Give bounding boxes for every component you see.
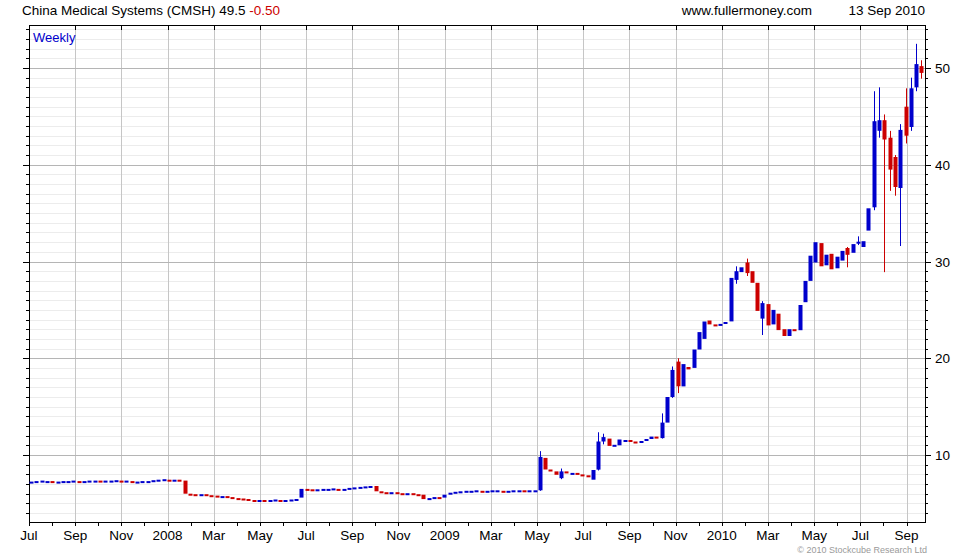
svg-text:Jul: Jul (575, 528, 592, 543)
svg-text:Nov: Nov (664, 528, 688, 543)
svg-text:Sep: Sep (63, 528, 87, 543)
svg-text:Nov: Nov (109, 528, 133, 543)
svg-text:Mar: Mar (202, 528, 226, 543)
price-chart: 5040302010JulSepNov2008MarMayJulSepNov20… (0, 0, 980, 560)
svg-text:Jul: Jul (20, 528, 37, 543)
svg-text:2009: 2009 (430, 528, 460, 543)
svg-text:Jul: Jul (852, 528, 869, 543)
svg-text:20: 20 (935, 351, 950, 366)
period-label: Weekly (33, 30, 75, 45)
svg-text:May: May (247, 528, 273, 543)
svg-text:2008: 2008 (153, 528, 183, 543)
svg-text:2010: 2010 (707, 528, 737, 543)
svg-text:Sep: Sep (340, 528, 364, 543)
svg-text:Sep: Sep (617, 528, 641, 543)
svg-text:30: 30 (935, 255, 950, 270)
svg-text:Mar: Mar (756, 528, 780, 543)
svg-text:May: May (801, 528, 827, 543)
svg-text:May: May (524, 528, 550, 543)
svg-text:Jul: Jul (297, 528, 314, 543)
svg-text:50: 50 (935, 61, 950, 76)
svg-text:Mar: Mar (479, 528, 503, 543)
svg-text:40: 40 (935, 158, 950, 173)
svg-text:Sep: Sep (895, 528, 919, 543)
svg-text:Nov: Nov (386, 528, 410, 543)
copyright-notice: © 2010 Stockcube Research Ltd (797, 545, 927, 555)
svg-text:10: 10 (935, 448, 950, 463)
